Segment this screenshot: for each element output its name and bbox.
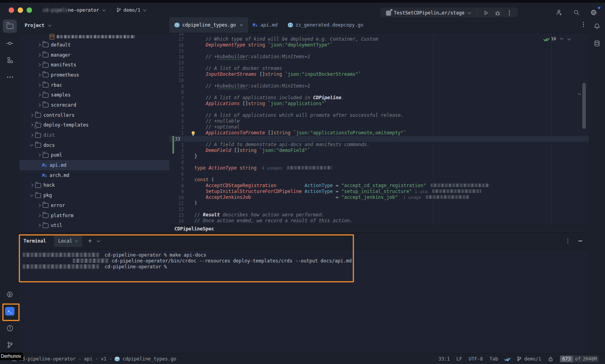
structure-toolwindow-button[interactable] [3,54,17,67]
inspections-status-icon[interactable] [504,357,510,361]
search-everywhere-button[interactable] [571,7,582,18]
git-toolwindow-button[interactable] [3,338,17,352]
status-branch-widget[interactable]: demo/1 [517,356,541,362]
editor-tab-api-md[interactable]: M↓api.md [248,17,283,33]
code-line: 2 // +optional [169,124,589,130]
tree-item-samples[interactable]: samples [20,90,169,100]
tree-item-prometheus[interactable]: prometheus [20,70,169,80]
tree-item-docs[interactable]: docs [20,140,169,150]
minimize-window-button[interactable] [18,7,23,13]
code-token: ` [404,130,406,136]
tree-item-dist[interactable]: dist [20,130,169,140]
tree-item-rbac[interactable]: rbac [20,80,169,90]
terminal-dropdown-icon[interactable] [97,239,100,242]
editor-area[interactable]: cdpipeline_types.go×M↓api.mdzz_generated… [169,17,589,232]
tree-item-manifests[interactable]: manifests [20,60,169,70]
terminal-line: cd-pipeline-operator % make api-docs [23,252,589,258]
breadcrumb-item[interactable]: cdpipeline_types.go [122,356,176,362]
project-widget[interactable]: cd-pipeline-operator [43,7,106,13]
more-toolwindows-button[interactable] [3,70,17,84]
memory-indicator[interactable]: 673 of 2048M [560,355,599,362]
caret-position[interactable]: 33:1 [438,356,450,362]
editor-scrollbar[interactable] [582,83,586,129]
debug-button[interactable] [492,8,504,18]
line-number: 9 [169,189,184,194]
notifications-button[interactable] [590,20,604,33]
tree-item-label: util [51,223,62,228]
settings-button[interactable] [588,7,600,18]
terminal-options-icon[interactable] [567,239,569,244]
terminal-toolwindow-button[interactable]: >_ [3,305,17,318]
tree-item-arch-md[interactable]: M↓arch.md [20,170,169,180]
run-toolwindow-button[interactable] [3,288,17,301]
editor-tab-bar: cdpipeline_types.go×M↓api.mdzz_generated… [169,17,589,33]
intention-bulb-icon[interactable] [192,131,195,134]
code-view[interactable]: 1817 // Which type of kind will be deplo… [169,33,589,225]
tree-item-error[interactable]: error [20,200,169,211]
unlocked-icon[interactable] [548,356,553,362]
editor-tab-cdpipeline-types-go[interactable]: cdpipeline_types.go× [169,17,248,33]
hide-panel-icon[interactable] [578,241,582,241]
new-terminal-button[interactable]: + [88,237,92,244]
breadcrumb-item[interactable]: api [84,356,93,362]
tree-item-label: error [51,203,65,208]
tree-item-kustomizeconfig-yaml[interactable] [20,33,169,40]
folder-icon [43,83,48,87]
run-button[interactable] [480,8,492,18]
project-toolwindow-button[interactable] [3,20,17,33]
project-tree[interactable]: defaultmanagermanifestsprometheusrbacsam… [20,33,169,232]
terminal-output[interactable]: cd-pipeline-operator % make api-docs cd-… [20,250,589,269]
close-window-button[interactable] [9,7,14,13]
tab-options-icon[interactable] [583,22,584,27]
prev-problem-icon[interactable] [560,37,563,41]
tree-item-platform[interactable]: platform [20,211,169,221]
more-run-options-button[interactable] [504,8,515,18]
code-token: [] [231,148,240,153]
code-text: InputDockerStreams []string `json:"input… [194,71,361,77]
tree-item-scorecard[interactable]: scorecard [20,100,169,110]
editor-tab-zz-generated-deepcopy-go[interactable]: zz_generated.deepcopy.go [283,17,368,33]
inspections-widget[interactable]: 10 [544,36,571,41]
line-ending[interactable]: LF [456,356,462,362]
tree-item-deploy-templates[interactable]: deploy-templates [20,120,169,130]
redacted-annotation [432,189,481,193]
chevron-right-icon [38,214,41,217]
close-icon[interactable]: × [75,239,78,244]
file-encoding[interactable]: UTF-8 [469,356,483,362]
code-token [194,54,206,59]
commit-toolwindow-button[interactable] [3,37,17,50]
maximize-window-button[interactable] [27,7,32,13]
problems-toolwindow-button[interactable] [3,321,17,335]
tree-item-default[interactable]: default [20,40,169,50]
code-text: // +nullable [194,118,240,124]
next-problem-icon[interactable] [567,37,571,40]
problems-icon [6,325,14,332]
tree-item-controllers[interactable]: controllers [20,110,169,120]
tree-item-manager[interactable]: manager [20,50,169,60]
tree-indent [45,36,47,37]
indent-style[interactable]: Tab [490,356,498,362]
tree-item-hack[interactable]: hack [20,180,169,191]
code-token: AcceptJenkinsJob [206,194,251,200]
terminal-panel[interactable]: Terminal Local × + cd-pipeline-operator … [20,232,589,353]
tree-item-puml[interactable]: puml [20,150,169,161]
breadcrumb-separator: › [95,356,98,362]
code-token: string [265,71,282,77]
terminal-tab-local[interactable]: Local × [54,235,82,247]
code-text: // Result describes how action were perf… [194,212,324,218]
tree-item-pkg[interactable]: pkg [20,190,169,200]
project-panel-header[interactable]: Project [20,17,169,34]
tree-item-util[interactable]: util [20,220,169,230]
breadcrumb-item[interactable]: cd-pipeline-operator [19,356,76,362]
code-token [302,189,305,194]
close-icon[interactable]: × [240,22,242,28]
database-button[interactable] [590,37,604,50]
line-number: 18 [169,33,184,36]
vcs-branch-widget[interactable]: demo/1 [116,7,147,13]
tree-item-api-md[interactable]: M↓api.md [20,160,169,170]
run-configuration-selector[interactable]: TestSetCDPipelin…er/stage [383,7,474,18]
code-with-me-button[interactable] [553,7,565,18]
breadcrumb-item[interactable]: v1 [101,356,106,362]
window-controls[interactable] [9,7,36,13]
code-text: DemoField []string `json:"demoField"` [194,148,310,153]
